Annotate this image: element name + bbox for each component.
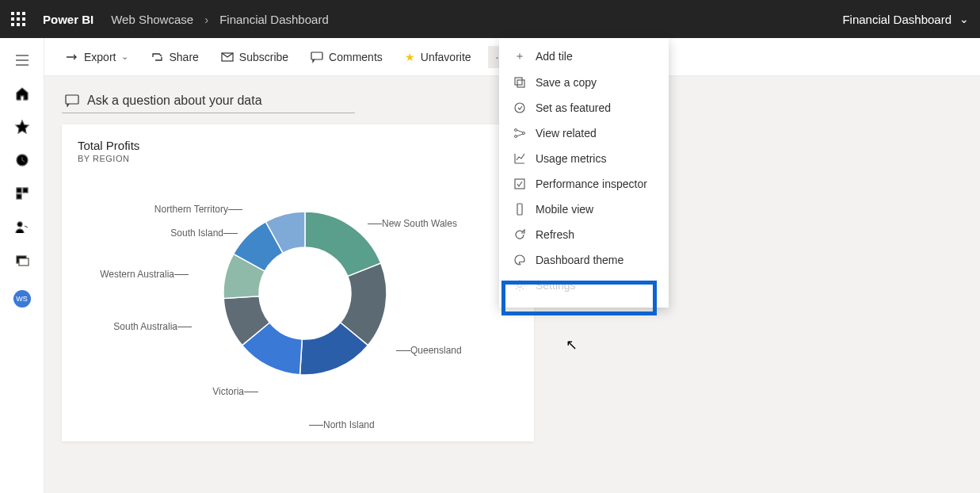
- badge-icon: [513, 101, 526, 114]
- menu-add-tile[interactable]: ＋Add tile: [499, 43, 669, 70]
- svg-point-4: [17, 222, 22, 227]
- export-button[interactable]: Export ⌄: [60, 46, 134, 68]
- menu-mobile-view[interactable]: Mobile view: [499, 197, 669, 222]
- more-menu: ＋Add tile Save a copy Set as featured Vi…: [499, 38, 669, 308]
- topbar-left: Power BI Web Showcase › Financial Dashbo…: [11, 12, 329, 26]
- page-switcher-label: Financial Dashboard: [842, 13, 951, 26]
- tile-total-profits[interactable]: Total Profits By Region New South WalesQ…: [62, 124, 534, 441]
- brand-label[interactable]: Power BI: [43, 13, 93, 26]
- svg-rect-9: [66, 95, 78, 104]
- shared-icon[interactable]: [14, 219, 30, 235]
- menu-dashboard-theme[interactable]: Dashboard theme: [499, 247, 669, 273]
- apps-icon[interactable]: [14, 185, 30, 201]
- subscribe-button[interactable]: Subscribe: [215, 46, 294, 68]
- svg-rect-3: [17, 194, 21, 199]
- chart-label: Northern Territory: [154, 204, 228, 215]
- breadcrumb-workspace[interactable]: Web Showcase: [111, 13, 193, 26]
- home-icon[interactable]: [14, 86, 30, 101]
- app-launcher-icon[interactable]: [11, 12, 25, 26]
- svg-rect-11: [517, 80, 524, 87]
- copy-icon: [513, 76, 526, 89]
- tile-subtitle: By Region: [78, 154, 518, 163]
- menu-performance-inspector[interactable]: Performance inspector: [499, 171, 669, 197]
- svg-point-18: [518, 284, 522, 288]
- breadcrumb-dashboard[interactable]: Financial Dashboard: [219, 13, 329, 26]
- menu-set-featured[interactable]: Set as featured: [499, 95, 669, 120]
- recent-icon[interactable]: [14, 152, 30, 168]
- breadcrumb: Web Showcase › Financial Dashboard: [111, 13, 329, 26]
- gear-icon: [513, 279, 526, 292]
- share-button[interactable]: Share: [145, 46, 204, 68]
- plus-icon: ＋: [513, 49, 526, 63]
- metrics-icon: [513, 152, 526, 165]
- menu-settings[interactable]: Settings: [499, 273, 669, 298]
- chart-label: North Island: [323, 419, 375, 430]
- chevron-down-icon: ⌄: [121, 52, 128, 62]
- chart-label: Queensland: [410, 345, 462, 356]
- workspaces-icon[interactable]: [14, 252, 30, 268]
- workspace-avatar[interactable]: WS: [13, 290, 31, 308]
- chart-label: Victoria: [212, 386, 244, 397]
- theme-icon: [513, 254, 526, 266]
- favorites-icon[interactable]: [14, 119, 30, 135]
- menu-usage-metrics[interactable]: Usage metrics: [499, 146, 669, 171]
- inspector-icon: [513, 178, 526, 190]
- tile-title: Total Profits: [78, 139, 518, 152]
- menu-save-copy[interactable]: Save a copy: [499, 70, 669, 95]
- svg-rect-16: [515, 179, 524, 189]
- qna-placeholder: Ask a question about your data: [87, 94, 262, 108]
- hamburger-icon[interactable]: [14, 52, 30, 68]
- qna-input[interactable]: Ask a question about your data: [62, 90, 355, 113]
- chat-icon: [65, 94, 79, 107]
- svg-rect-10: [515, 78, 522, 85]
- menu-refresh[interactable]: Refresh: [499, 222, 669, 247]
- chevron-down-icon: ⌄: [959, 13, 969, 25]
- top-header: Power BI Web Showcase › Financial Dashbo…: [0, 0, 980, 38]
- svg-rect-2: [23, 188, 28, 193]
- mobile-icon: [513, 203, 526, 216]
- svg-rect-1: [17, 188, 21, 193]
- donut-chart: New South WalesQueenslandNorth IslandVic…: [62, 169, 534, 441]
- svg-rect-6: [19, 258, 29, 266]
- svg-rect-8: [311, 52, 322, 59]
- left-nav-rail: WS: [0, 38, 44, 493]
- chart-label: South Island: [170, 227, 223, 239]
- refresh-icon: [513, 228, 526, 241]
- star-filled-icon: ★: [405, 51, 415, 63]
- page-switcher[interactable]: Financial Dashboard ⌄: [842, 13, 969, 26]
- related-icon: [513, 127, 526, 139]
- svg-rect-17: [517, 204, 522, 215]
- unfavorite-button[interactable]: ★ Unfavorite: [399, 46, 477, 68]
- chevron-right-icon: ›: [204, 13, 208, 26]
- comments-button[interactable]: Comments: [305, 46, 388, 68]
- chart-label: Western Australia: [100, 269, 174, 280]
- chart-label: South Australia: [113, 321, 177, 332]
- svg-point-12: [515, 103, 524, 113]
- menu-view-related[interactable]: View related: [499, 120, 669, 146]
- chart-label: New South Wales: [382, 218, 457, 229]
